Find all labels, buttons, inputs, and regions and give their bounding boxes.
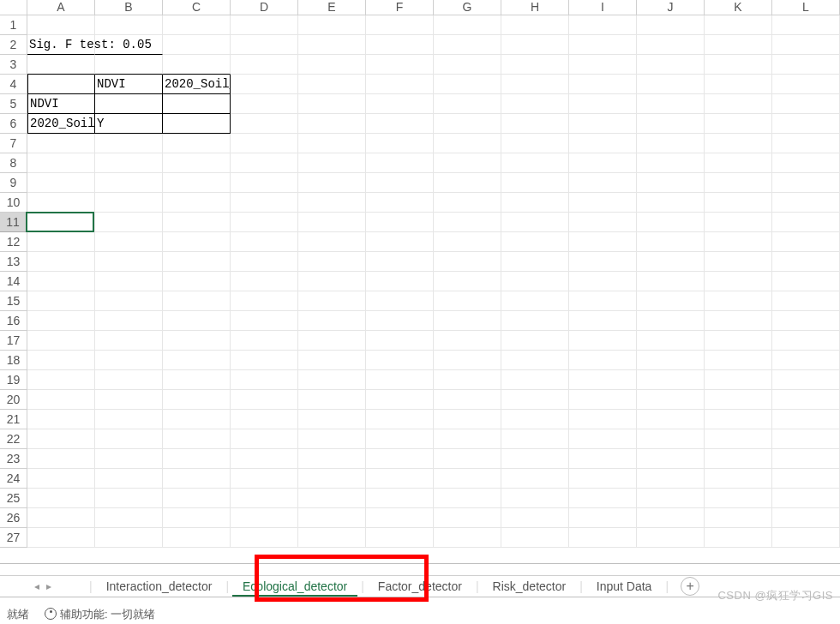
cell[interactable] bbox=[772, 213, 840, 232]
row-header[interactable]: 7 bbox=[0, 134, 27, 153]
cell[interactable] bbox=[298, 252, 366, 272]
cell[interactable] bbox=[569, 94, 637, 114]
cell[interactable] bbox=[705, 75, 772, 94]
cell[interactable]: NDVI bbox=[95, 75, 163, 94]
cell[interactable] bbox=[569, 449, 637, 469]
cell[interactable] bbox=[231, 351, 298, 370]
cell[interactable] bbox=[501, 173, 569, 193]
row-header[interactable]: 14 bbox=[0, 272, 27, 291]
cell[interactable] bbox=[95, 351, 163, 370]
cell[interactable] bbox=[772, 75, 840, 94]
cell[interactable] bbox=[231, 55, 298, 75]
cell[interactable] bbox=[231, 193, 298, 213]
cell[interactable] bbox=[434, 311, 501, 331]
cell[interactable] bbox=[27, 75, 95, 94]
cell[interactable] bbox=[705, 311, 772, 331]
cell[interactable] bbox=[366, 351, 434, 370]
cell[interactable] bbox=[637, 331, 705, 351]
cell[interactable] bbox=[569, 153, 637, 173]
cell[interactable] bbox=[501, 351, 569, 370]
cell[interactable] bbox=[163, 55, 231, 75]
cell[interactable] bbox=[163, 193, 231, 213]
cell[interactable] bbox=[772, 508, 840, 528]
cell[interactable] bbox=[366, 153, 434, 173]
cell[interactable] bbox=[705, 489, 772, 508]
cell[interactable] bbox=[637, 410, 705, 429]
cell[interactable] bbox=[366, 15, 434, 35]
cell[interactable] bbox=[772, 429, 840, 449]
cell[interactable] bbox=[501, 272, 569, 291]
cell[interactable] bbox=[772, 134, 840, 153]
cell[interactable] bbox=[569, 508, 637, 528]
cell[interactable] bbox=[637, 449, 705, 469]
cell[interactable] bbox=[163, 15, 231, 35]
cell[interactable] bbox=[27, 351, 95, 370]
row-header[interactable]: 27 bbox=[0, 528, 27, 548]
cell[interactable] bbox=[637, 370, 705, 390]
sheet-tab-interaction[interactable]: Interaction_detector bbox=[96, 576, 223, 597]
row-header[interactable]: 24 bbox=[0, 469, 27, 489]
cell[interactable] bbox=[366, 193, 434, 213]
col-header[interactable]: J bbox=[637, 0, 705, 15]
cell[interactable] bbox=[772, 114, 840, 134]
cell[interactable] bbox=[772, 55, 840, 75]
cell[interactable] bbox=[501, 508, 569, 528]
cell[interactable] bbox=[163, 134, 231, 153]
cell[interactable] bbox=[434, 291, 501, 311]
col-header[interactable]: I bbox=[569, 0, 637, 15]
cell[interactable] bbox=[501, 291, 569, 311]
cell[interactable] bbox=[772, 489, 840, 508]
cell[interactable] bbox=[434, 252, 501, 272]
cell[interactable] bbox=[705, 193, 772, 213]
cell[interactable] bbox=[705, 449, 772, 469]
cell[interactable] bbox=[163, 291, 231, 311]
sheet-tab-inputdata[interactable]: Input Data bbox=[586, 576, 663, 597]
cell[interactable] bbox=[95, 410, 163, 429]
row-header[interactable]: 22 bbox=[0, 429, 27, 449]
cell[interactable] bbox=[366, 390, 434, 410]
cell[interactable] bbox=[434, 370, 501, 390]
cell[interactable] bbox=[501, 449, 569, 469]
cell[interactable] bbox=[27, 55, 95, 75]
sheet-tab-ecological[interactable]: Ecological_detector bbox=[232, 576, 357, 597]
cell[interactable] bbox=[434, 528, 501, 548]
cell[interactable] bbox=[366, 469, 434, 489]
cell[interactable] bbox=[231, 410, 298, 429]
cell[interactable] bbox=[434, 232, 501, 252]
cell[interactable] bbox=[298, 134, 366, 153]
cell[interactable] bbox=[95, 232, 163, 252]
cell[interactable] bbox=[231, 429, 298, 449]
row-header[interactable]: 4 bbox=[0, 75, 27, 94]
cell[interactable] bbox=[569, 15, 637, 35]
cell[interactable] bbox=[27, 232, 95, 252]
cell[interactable] bbox=[705, 232, 772, 252]
cell[interactable] bbox=[231, 153, 298, 173]
cell[interactable] bbox=[705, 153, 772, 173]
cell[interactable] bbox=[231, 35, 298, 55]
cell[interactable] bbox=[163, 469, 231, 489]
cell[interactable] bbox=[705, 134, 772, 153]
cell[interactable] bbox=[27, 134, 95, 153]
cell[interactable] bbox=[366, 272, 434, 291]
cell[interactable] bbox=[434, 272, 501, 291]
cell[interactable] bbox=[27, 15, 95, 35]
cell[interactable] bbox=[637, 114, 705, 134]
col-header[interactable]: A bbox=[27, 0, 95, 15]
cell[interactable] bbox=[569, 370, 637, 390]
cell[interactable] bbox=[705, 35, 772, 55]
cell[interactable] bbox=[772, 193, 840, 213]
cell[interactable] bbox=[434, 15, 501, 35]
cell[interactable] bbox=[366, 528, 434, 548]
col-header[interactable]: C bbox=[163, 0, 231, 15]
cell[interactable] bbox=[501, 252, 569, 272]
cell[interactable] bbox=[569, 410, 637, 429]
cell[interactable] bbox=[163, 153, 231, 173]
cell[interactable] bbox=[95, 134, 163, 153]
row-header[interactable]: 11 bbox=[0, 213, 27, 232]
row-header[interactable]: 18 bbox=[0, 351, 27, 370]
cell[interactable] bbox=[231, 449, 298, 469]
cell[interactable] bbox=[298, 351, 366, 370]
cell[interactable] bbox=[366, 410, 434, 429]
row-header[interactable]: 12 bbox=[0, 232, 27, 252]
cell[interactable] bbox=[27, 429, 95, 449]
